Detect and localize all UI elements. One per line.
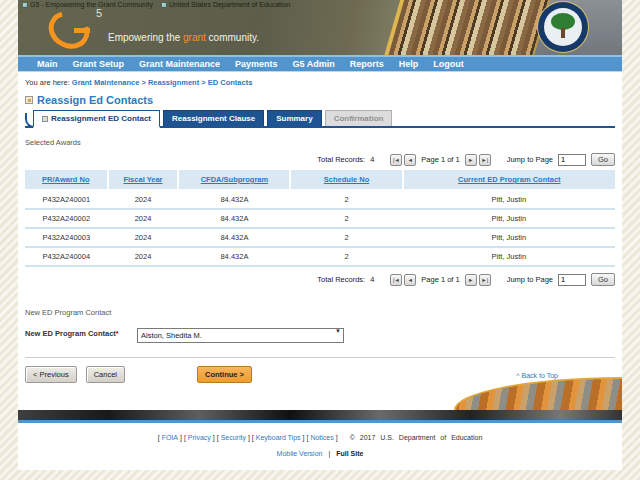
col-header-fiscal-year[interactable]: Fiscal Year xyxy=(108,170,179,190)
cell-fiscal-year: 2024 xyxy=(108,190,179,209)
page-title-icon xyxy=(25,96,33,104)
first-page-button[interactable]: |◄ xyxy=(390,274,402,286)
footer-link-keyboard-tips[interactable]: Keyboard Tips xyxy=(256,434,301,441)
total-records-label: Total Records: xyxy=(317,275,365,284)
nav-item-logout[interactable]: Logout xyxy=(433,59,464,69)
col-header-label: Fiscal Year xyxy=(123,175,162,184)
action-button-bar: < Previous Cancel Continue > xyxy=(25,357,615,383)
cell-fiscal-year: 2024 xyxy=(108,228,179,247)
total-records-value: 4 xyxy=(370,275,374,284)
col-header-label: Schedule No xyxy=(324,175,369,184)
window-title-row: G5 - Empowering the Grant Community Unit… xyxy=(20,0,292,9)
previous-button[interactable]: < Previous xyxy=(25,366,77,383)
total-records-value: 4 xyxy=(370,155,374,164)
page-container: G5 - Empowering the Grant Community Unit… xyxy=(18,0,622,470)
nav-item-grant-setup[interactable]: Grant Setup xyxy=(73,59,125,69)
footer-links-row: [FOIA] [Privacy] [Security] [Keyboard Ti… xyxy=(18,434,622,441)
continue-button[interactable]: Continue > xyxy=(197,366,252,383)
go-button[interactable]: Go xyxy=(591,153,615,166)
bracket: ] xyxy=(213,434,215,441)
next-page-button[interactable]: ► xyxy=(465,154,477,166)
pagination-bottom: Total Records: 4 |◄ ◄ Page 1 of 1 ► ►| J… xyxy=(25,273,615,286)
col-header-schedule-no[interactable]: Schedule No xyxy=(290,170,402,190)
last-page-button[interactable]: ►| xyxy=(479,154,491,166)
cell-award-no: P432A240001 xyxy=(25,190,108,209)
new-contact-select-wrap: Alston, Shedita M. ▼ xyxy=(137,324,344,343)
col-header-pr-award-no[interactable]: PR/Award No xyxy=(25,170,108,190)
nav-item-grant-maintenance[interactable]: Grant Maintenance xyxy=(139,59,220,69)
main-content: Reassign Ed Contacts Reassignment ED Con… xyxy=(18,94,622,383)
footer-link-security[interactable]: Security xyxy=(221,434,246,441)
bookshelf-image xyxy=(384,0,550,57)
col-header-current-ed-program-contact[interactable]: Current ED Program Contact xyxy=(403,170,615,190)
pagination-top: Total Records: 4 |◄ ◄ Page 1 of 1 ► ►| J… xyxy=(25,153,615,166)
go-button[interactable]: Go xyxy=(591,273,615,286)
cell-award-no: P432A240003 xyxy=(25,228,108,247)
footer-band-blue-line xyxy=(18,420,622,423)
bracket: [ xyxy=(217,434,219,441)
previous-page-button[interactable]: ◄ xyxy=(404,274,416,286)
jump-to-page-label: Jump to Page xyxy=(507,275,553,284)
breadcrumb-path[interactable]: Grant Maintenance > Reassignment > ED Co… xyxy=(72,78,252,87)
copyright-text: © 2017 U.S. Department of Education xyxy=(350,434,483,441)
table-row: P432A240001 2024 84.432A 2 Pitt, Justin xyxy=(25,190,615,209)
bracket: [ xyxy=(252,434,254,441)
last-page-button[interactable]: ►| xyxy=(479,274,491,286)
cancel-button[interactable]: Cancel xyxy=(86,366,125,383)
page-status: Page 1 of 1 xyxy=(421,275,459,284)
nav-item-reports[interactable]: Reports xyxy=(350,59,384,69)
footer-version-row: Mobile Version | Full Site xyxy=(18,450,622,457)
tab-reassignment-ed-contact[interactable]: Reassignment ED Contact xyxy=(33,110,160,128)
seal-tree-trunk xyxy=(561,28,565,38)
cell-fiscal-year: 2024 xyxy=(108,247,179,266)
footer-link-privacy[interactable]: Privacy xyxy=(188,434,211,441)
cell-schedule-no: 2 xyxy=(290,190,402,209)
jump-to-page-input[interactable] xyxy=(558,154,586,166)
window-title-right: United States Department of Education xyxy=(161,1,290,8)
header-banner: G5 - Empowering the Grant Community Unit… xyxy=(18,0,622,57)
tab-label: Reassignment ED Contact xyxy=(51,114,151,123)
col-header-label: Current ED Program Contact xyxy=(458,175,561,184)
bracket: ] xyxy=(336,434,338,441)
cell-current-contact: Pitt, Justin xyxy=(403,190,615,209)
page-title-row: Reassign Ed Contacts xyxy=(25,94,615,106)
bracket: ] xyxy=(303,434,305,441)
page-status: Page 1 of 1 xyxy=(421,155,459,164)
first-page-button[interactable]: |◄ xyxy=(390,154,402,166)
main-navigation: Main Grant Setup Grant Maintenance Payme… xyxy=(18,57,622,72)
back-to-top-link[interactable]: ^ Back to Top xyxy=(516,372,558,379)
active-tab-icon xyxy=(42,116,48,122)
tab-summary[interactable]: Summary xyxy=(267,110,321,126)
nav-item-help[interactable]: Help xyxy=(399,59,419,69)
col-header-label: PR/Award No xyxy=(42,175,89,184)
g5-logo-number: 5 xyxy=(96,7,102,19)
cell-current-contact: Pitt, Justin xyxy=(403,247,615,266)
previous-page-button[interactable]: ◄ xyxy=(404,154,416,166)
mobile-version-link[interactable]: Mobile Version xyxy=(277,450,323,457)
footer-link-foia[interactable]: FOIA xyxy=(162,434,178,441)
footer-band xyxy=(18,410,622,420)
nav-item-g5-admin[interactable]: G5 Admin xyxy=(293,59,335,69)
cell-cfda: 84.432A xyxy=(178,190,290,209)
tagline-prefix: Empowering the xyxy=(108,32,183,43)
new-ed-program-contact-select[interactable]: Alston, Shedita M. xyxy=(137,328,344,343)
footer-link-notices[interactable]: Notices xyxy=(310,434,333,441)
cell-cfda: 84.432A xyxy=(178,228,290,247)
bracket: ] xyxy=(248,434,250,441)
table-row: P432A240004 2024 84.432A 2 Pitt, Justin xyxy=(25,247,615,266)
cell-cfda: 84.432A xyxy=(178,209,290,228)
full-site-link[interactable]: Full Site xyxy=(336,450,363,457)
tab-reassignment-clause[interactable]: Reassignment Clause xyxy=(163,110,264,126)
cell-cfda: 84.432A xyxy=(178,247,290,266)
nav-item-payments[interactable]: Payments xyxy=(235,59,278,69)
next-page-button[interactable]: ► xyxy=(465,274,477,286)
document-icon xyxy=(22,2,28,8)
nav-item-main[interactable]: Main xyxy=(37,59,58,69)
cell-schedule-no: 2 xyxy=(290,228,402,247)
jump-to-page-input[interactable] xyxy=(558,274,586,286)
ed-department-seal xyxy=(538,2,588,52)
cell-schedule-no: 2 xyxy=(290,247,402,266)
bracket: [ xyxy=(306,434,308,441)
g5-logo-bar xyxy=(74,28,90,33)
col-header-cfda-subprogram[interactable]: CFDA/Subprogram xyxy=(178,170,290,190)
